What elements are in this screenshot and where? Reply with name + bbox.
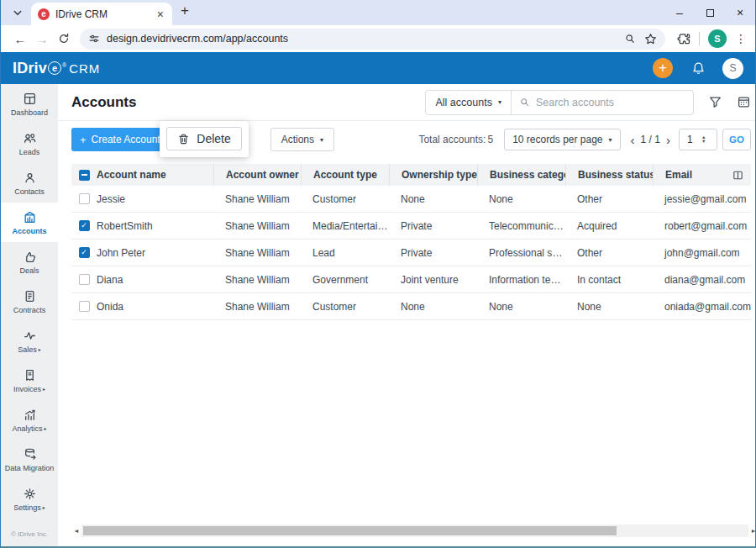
cell-business-category: None — [477, 193, 565, 205]
tab-search-icon[interactable] — [8, 3, 28, 23]
column-header-ownership-type[interactable]: Ownership type — [389, 164, 477, 186]
close-button[interactable]: × — [725, 1, 755, 24]
browser-profile-avatar[interactable]: S — [708, 29, 727, 48]
table-row[interactable]: Onida Shane William Customer None None N… — [71, 293, 751, 320]
column-header-business-category[interactable]: Business category — [477, 164, 565, 186]
cell-email: oniada@gmail.com — [653, 301, 751, 313]
cell-account-type: Customer — [301, 193, 389, 205]
minimize-button[interactable]: – — [664, 1, 695, 24]
maximize-button[interactable] — [695, 1, 725, 24]
table-row[interactable]: ✓ RobertSmith Shane William Media/Entert… — [71, 213, 751, 240]
back-button[interactable]: ← — [9, 28, 31, 50]
column-header-business-status[interactable]: Business status — [565, 164, 653, 186]
sidebar-item-leads[interactable]: Leads — [1, 124, 58, 163]
delete-menu-item[interactable]: Delete — [166, 127, 242, 150]
cell-business-status: None — [565, 301, 653, 313]
total-accounts: Total accounts: 5 — [418, 134, 493, 145]
column-header-email[interactable]: Email — [653, 164, 751, 186]
scrollbar-track[interactable] — [81, 524, 748, 537]
row-checkbox[interactable] — [79, 274, 90, 285]
scroll-right-icon[interactable]: ► — [748, 528, 756, 534]
table-row[interactable]: Diana Shane William Government Joint ven… — [71, 266, 751, 293]
actions-button[interactable]: Actions ▾ — [270, 128, 334, 151]
sidebar-nav: Dashboard Leads Contacts Accounts Deals … — [1, 84, 58, 546]
notifications-bell-icon[interactable] — [691, 61, 706, 76]
search-box[interactable] — [512, 91, 693, 114]
page-indicator: 1 / 1 — [641, 134, 660, 145]
column-header-account-name[interactable]: Account name — [97, 169, 213, 181]
user-avatar[interactable]: S — [722, 58, 743, 79]
cell-account-owner: Shane William — [213, 220, 301, 232]
cell-account-name: Jessie — [97, 193, 213, 205]
horizontal-scrollbar[interactable]: ◄ ► — [71, 524, 756, 537]
check-icon: ✓ — [81, 222, 87, 229]
site-info-icon[interactable] — [88, 33, 100, 45]
total-accounts-value: 5 — [487, 134, 493, 145]
sidebar-item-label: Analytics — [12, 424, 42, 433]
sidebar-item-analytics[interactable]: Analytics▸ — [1, 400, 58, 440]
stepper-down-icon[interactable]: ▼ — [701, 140, 706, 144]
row-checkbox[interactable]: ✓ — [79, 220, 90, 231]
cell-ownership-type: Private — [389, 220, 477, 232]
cell-business-category: None — [477, 301, 565, 313]
accounts-table: Account name Account owner Account type … — [71, 164, 751, 320]
copyright-text: © IDrive Inc. — [1, 530, 58, 546]
row-checkbox[interactable]: ✓ — [79, 247, 90, 258]
select-all-checkbox[interactable] — [79, 170, 90, 181]
zoom-icon[interactable] — [624, 33, 636, 45]
search-input[interactable] — [536, 97, 679, 108]
sidebar-item-sales[interactable]: Sales▸ — [1, 321, 58, 361]
next-page-icon[interactable]: › — [666, 134, 670, 146]
cell-business-status: Other — [565, 247, 653, 259]
new-tab-button[interactable]: + — [181, 3, 189, 19]
bookmark-star-icon[interactable] — [644, 33, 657, 45]
cell-account-name: Diana — [97, 274, 213, 286]
reload-button[interactable] — [53, 28, 75, 50]
chevron-down-icon: ▾ — [498, 98, 501, 106]
page-number-input[interactable] — [680, 134, 700, 145]
data-migration-icon — [23, 447, 37, 461]
pagination: ‹ 1 / 1 › — [631, 134, 670, 146]
sidebar-item-contacts[interactable]: Contacts — [1, 163, 58, 203]
account-view-dropdown[interactable]: All accounts ▾ — [426, 91, 511, 114]
cell-account-name: RobertSmith — [97, 220, 213, 232]
scrollbar-thumb[interactable] — [83, 526, 617, 535]
extensions-icon[interactable] — [677, 32, 690, 45]
page-header: Accounts All accounts ▾ — [58, 84, 756, 121]
prev-page-icon[interactable]: ‹ — [631, 134, 635, 146]
accounts-icon — [23, 210, 37, 224]
filter-funnel-icon[interactable] — [708, 95, 722, 109]
go-button[interactable]: GO — [722, 129, 751, 150]
chevron-down-icon: ▾ — [609, 136, 612, 144]
sidebar-item-data-migration[interactable]: Data Migration — [1, 440, 58, 479]
records-per-page-dropdown[interactable]: 10 records per page ▾ — [504, 129, 620, 150]
sidebar-item-label: Dashboard — [11, 108, 48, 117]
sidebar-item-accounts[interactable]: Accounts — [1, 203, 58, 242]
table-row[interactable]: ✓ John Peter Shane William Lead Private … — [71, 240, 751, 266]
scroll-left-icon[interactable]: ◄ — [71, 528, 81, 534]
expand-caret-icon: ▸ — [39, 346, 41, 352]
page-number-stepper[interactable]: ▲ ▼ — [701, 135, 706, 144]
row-checkbox[interactable] — [79, 301, 90, 312]
browser-tab[interactable]: e IDrive CRM × — [31, 3, 172, 25]
sidebar-item-contracts[interactable]: Contracts — [1, 282, 58, 321]
sidebar-item-dashboard[interactable]: Dashboard — [1, 84, 58, 124]
quick-add-button[interactable]: + — [653, 58, 673, 78]
address-bar[interactable]: design.devidrivecrm.com/app/accounts — [80, 29, 665, 50]
forward-button[interactable]: → — [31, 28, 53, 50]
sidebar-item-deals[interactable]: Deals — [1, 242, 58, 282]
manage-columns-icon[interactable] — [732, 169, 744, 182]
cell-business-status: Acquired — [565, 220, 653, 232]
tab-close-icon[interactable]: × — [155, 8, 165, 21]
browser-menu-icon[interactable]: ⋮ — [735, 32, 747, 45]
column-header-account-type[interactable]: Account type — [301, 164, 389, 186]
sidebar-item-label: Sales — [18, 345, 37, 354]
column-header-account-owner[interactable]: Account owner — [213, 164, 301, 186]
cell-ownership-type: None — [389, 193, 477, 205]
table-row[interactable]: Jessie Shane William Customer None None … — [71, 186, 751, 213]
sidebar-item-invoices[interactable]: Invoices▸ — [1, 361, 58, 400]
cell-account-name: John Peter — [97, 247, 213, 259]
sidebar-item-settings[interactable]: Settings▸ — [1, 479, 58, 519]
row-checkbox[interactable] — [79, 193, 90, 204]
calendar-view-icon[interactable] — [737, 95, 751, 109]
